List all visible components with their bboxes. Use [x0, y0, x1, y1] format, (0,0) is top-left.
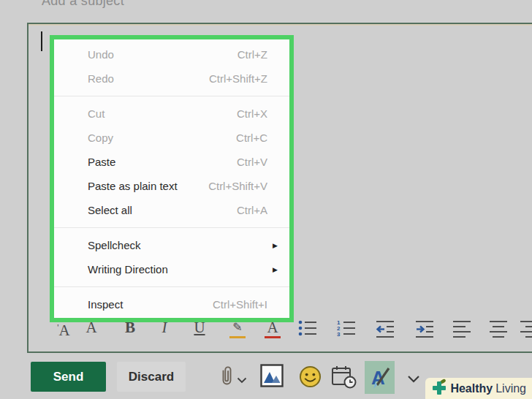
menu-item-shortcut: Ctrl+C [236, 132, 267, 144]
menu-item-label: Inspect [88, 298, 123, 311]
align-center-icon[interactable] [488, 319, 509, 342]
context-menu: UndoCtrl+ZRedoCtrl+Shift+ZCutCtrl+XCopyC… [50, 35, 294, 322]
submenu-arrow-icon: ▶ [273, 266, 278, 273]
menu-item-label: Undo [88, 48, 114, 61]
watermark-text-light: Living [495, 382, 526, 395]
menu-item-shortcut: Ctrl+X [237, 107, 267, 120]
healthy-living-logo-icon [431, 379, 447, 399]
send-button[interactable]: Send [31, 362, 106, 392]
text-cursor [41, 31, 42, 51]
draw-ink-icon[interactable]: A [365, 361, 395, 394]
menu-item-paste-as-plain-text[interactable]: Paste as plain textCtrl+Shift+V [54, 174, 289, 198]
bold-icon[interactable]: B [119, 316, 141, 338]
watermark-text-bold: Healthy [450, 382, 493, 395]
numbered-list-icon[interactable]: 123 [336, 319, 356, 341]
menu-item-paste[interactable]: PasteCtrl+V [54, 150, 289, 174]
font-color-icon[interactable]: A [262, 316, 284, 338]
highlight-icon[interactable]: ✎ [227, 316, 248, 338]
attach-dropdown-icon[interactable] [237, 373, 247, 387]
subject-input[interactable]: Add a subject [42, 0, 124, 9]
menu-separator [54, 96, 289, 96]
menu-item-shortcut: Ctrl+Shift+I [213, 298, 267, 311]
calendar-clock-icon[interactable] [330, 364, 357, 392]
menu-item-shortcut: Ctrl+Shift+Z [209, 72, 267, 85]
menu-item-copy: CopyCtrl+C [54, 126, 289, 150]
menu-item-inspect[interactable]: InspectCtrl+Shift+I [54, 292, 289, 316]
font-size-icon[interactable]: A [80, 316, 102, 338]
menu-item-label: Writing Direction [88, 263, 168, 276]
watermark-badge: HealthyLiving [425, 378, 532, 399]
compose-window: Add a subject UndoCtrl+ZRedoCtrl+Shift+Z… [0, 0, 532, 399]
discard-button[interactable]: Discard [117, 362, 186, 392]
emoji-icon[interactable] [299, 365, 322, 391]
menu-item-label: Select all [88, 204, 132, 216]
insert-image-icon[interactable] [260, 364, 284, 390]
svg-text:3: 3 [337, 331, 341, 338]
menu-item-label: Redo [88, 72, 114, 85]
menu-item-redo: RedoCtrl+Shift+Z [54, 66, 289, 91]
submenu-arrow-icon: ▶ [273, 242, 278, 249]
chevron-down-icon[interactable] [407, 373, 420, 386]
menu-separator [54, 286, 289, 287]
menu-item-writing-direction[interactable]: Writing Direction▶ [54, 257, 289, 281]
italic-icon[interactable]: I [153, 316, 175, 338]
font-icon[interactable]: 'A [53, 316, 75, 338]
attach-file-icon[interactable] [218, 365, 234, 391]
align-left-icon[interactable] [452, 319, 472, 342]
decrease-indent-icon[interactable] [375, 319, 395, 342]
menu-item-undo: UndoCtrl+Z [54, 42, 289, 66]
menu-separator [54, 227, 289, 228]
menu-item-label: Cut [88, 107, 104, 120]
menu-item-cut: CutCtrl+X [54, 102, 289, 126]
menu-item-shortcut: Ctrl+Z [238, 48, 267, 61]
menu-item-spellcheck[interactable]: Spellcheck▶ [54, 233, 289, 257]
menu-item-shortcut: Ctrl+Shift+V [208, 180, 267, 192]
menu-item-label: Spellcheck [88, 239, 141, 251]
menu-item-shortcut: Ctrl+A [237, 204, 267, 216]
menu-item-label: Copy [88, 132, 113, 144]
menu-item-label: Paste as plain text [88, 180, 178, 192]
menu-item-select-all[interactable]: Select allCtrl+A [54, 198, 289, 222]
bullet-list-icon[interactable] [297, 319, 317, 341]
increase-indent-icon[interactable] [414, 319, 435, 342]
menu-item-label: Paste [88, 156, 115, 168]
menu-item-shortcut: Ctrl+V [237, 156, 267, 168]
align-right-icon[interactable] [519, 319, 532, 342]
underline-icon[interactable]: U [189, 316, 210, 338]
